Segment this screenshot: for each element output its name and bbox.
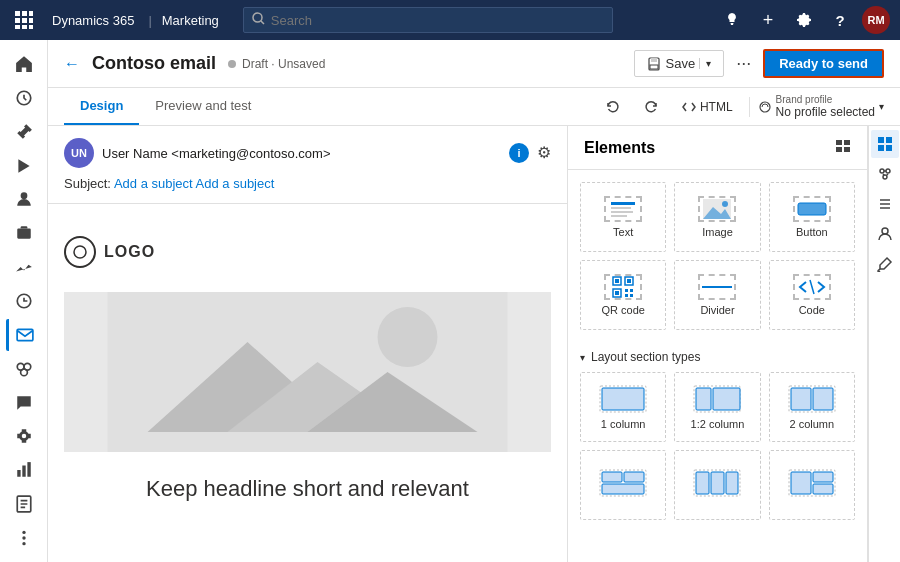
svg-line-10 (261, 21, 264, 24)
email-settings-icon[interactable]: ⚙ (537, 143, 551, 163)
svg-rect-42 (611, 207, 631, 209)
save-dropdown-icon[interactable]: ▾ (699, 58, 711, 69)
sidebar-item-opportunities[interactable] (6, 285, 42, 317)
sidebar-item-settings[interactable] (6, 420, 42, 452)
element-divider[interactable]: Divider (674, 260, 760, 330)
svg-point-9 (253, 13, 262, 22)
layout-4-icon (598, 468, 648, 498)
layout-5[interactable] (674, 450, 760, 520)
settings-icon[interactable] (788, 4, 820, 36)
html-button[interactable]: HTML (674, 96, 741, 118)
svg-point-25 (22, 536, 25, 539)
sidebar-item-email[interactable] (6, 319, 42, 351)
svg-rect-69 (813, 388, 833, 410)
svg-rect-28 (651, 58, 657, 62)
redo-button[interactable] (636, 96, 666, 118)
tab-preview[interactable]: Preview and test (139, 88, 267, 125)
svg-rect-85 (886, 145, 892, 151)
email-canvas: LOGO Keep headline short and relevant (48, 204, 567, 518)
sidebar-item-chat[interactable] (6, 387, 42, 419)
svg-point-24 (22, 531, 25, 534)
right-panel-icons (868, 126, 900, 562)
email-headline: Keep headline short and relevant (64, 468, 551, 502)
lightbulb-icon[interactable] (716, 4, 748, 36)
brand-profile-chevron[interactable]: ▾ (879, 101, 884, 112)
element-qrcode[interactable]: QR code (580, 260, 666, 330)
sidebar-item-leads[interactable] (6, 251, 42, 283)
panel-title: Elements (584, 139, 655, 157)
status-text: Draft · Unsaved (242, 57, 325, 71)
page-title: Contoso email (92, 53, 216, 74)
tabs-bar: Design Preview and test HTML Brand pro (48, 88, 900, 126)
svg-rect-0 (15, 11, 20, 16)
brand-profile-selector[interactable]: Brand profile No profile selected ▾ (758, 94, 884, 119)
help-icon[interactable]: ? (824, 4, 856, 36)
panel-header: Elements (568, 126, 867, 170)
undo-icon (606, 100, 620, 114)
element-button[interactable]: Button (769, 182, 855, 252)
save-label: Save (665, 56, 695, 71)
svg-rect-40 (844, 147, 850, 152)
save-button[interactable]: Save ▾ (634, 50, 724, 77)
sidebar-item-reports[interactable] (6, 488, 42, 520)
right-panel-brush[interactable] (871, 250, 899, 278)
subject-add-link[interactable]: Add a subject (114, 176, 193, 191)
layout-chevron[interactable]: ▾ (580, 352, 585, 363)
sidebar-item-segments[interactable] (6, 353, 42, 385)
sidebar-item-more[interactable] (6, 522, 42, 554)
waffle-menu-button[interactable] (8, 4, 40, 36)
svg-rect-77 (726, 472, 738, 494)
svg-rect-21 (22, 466, 25, 477)
qrcode-label: QR code (601, 304, 644, 316)
search-bar[interactable] (243, 7, 613, 33)
layout-5-icon (692, 468, 742, 498)
element-image[interactable]: Image (674, 182, 760, 252)
right-panel-contacts[interactable] (871, 160, 899, 188)
layout-1-2col[interactable]: 1:2 column (674, 372, 760, 442)
svg-rect-2 (29, 11, 33, 16)
top-navigation: Dynamics 365 | Marketing + ? RM (0, 0, 900, 40)
undo-button[interactable] (598, 96, 628, 118)
info-icon[interactable]: i (509, 143, 529, 163)
right-panel-person[interactable] (871, 220, 899, 248)
svg-rect-55 (615, 291, 619, 295)
right-panel-list[interactable] (871, 190, 899, 218)
element-text[interactable]: Text (580, 182, 666, 252)
layout-4[interactable] (580, 450, 666, 520)
sidebar-item-recent[interactable] (6, 82, 42, 114)
logo-circle-icon (64, 236, 96, 268)
user-avatar[interactable]: RM (860, 4, 892, 36)
panel-view-toggle[interactable] (835, 138, 851, 157)
sidebar-item-pin[interactable] (6, 116, 42, 148)
svg-rect-22 (27, 462, 30, 477)
divider-icon (698, 274, 736, 300)
search-input[interactable] (271, 13, 604, 28)
editor-panel: UN User Name <marketing@contoso.com> i ⚙… (48, 126, 900, 562)
plus-icon[interactable]: + (752, 4, 784, 36)
more-options-button[interactable]: ··· (732, 53, 755, 74)
layout-1col[interactable]: 1 column (580, 372, 666, 442)
image-icon (698, 196, 736, 222)
sidebar-item-accounts[interactable] (6, 217, 42, 249)
ready-to-send-button[interactable]: Ready to send (763, 49, 884, 78)
tab-design[interactable]: Design (64, 88, 139, 125)
sidebar-item-contacts[interactable] (6, 183, 42, 215)
svg-line-91 (886, 174, 887, 175)
svg-point-19 (20, 369, 27, 376)
subject-placeholder[interactable]: Add a subject (196, 176, 275, 191)
layout-6-icon (787, 468, 837, 498)
svg-rect-16 (17, 329, 33, 340)
sidebar-item-analytics[interactable] (6, 454, 42, 486)
email-header: UN User Name <marketing@contoso.com> i ⚙… (48, 126, 567, 204)
svg-rect-1 (22, 11, 27, 16)
layout-6[interactable] (769, 450, 855, 520)
button-icon (793, 196, 831, 222)
sidebar-item-home[interactable] (6, 48, 42, 80)
back-button[interactable]: ← (64, 55, 80, 73)
layout-2col[interactable]: 2 column (769, 372, 855, 442)
svg-rect-5 (29, 18, 33, 23)
svg-rect-51 (615, 279, 619, 283)
right-panel-elements[interactable] (871, 130, 899, 158)
sidebar-item-start[interactable] (6, 150, 42, 182)
element-code[interactable]: Code (769, 260, 855, 330)
